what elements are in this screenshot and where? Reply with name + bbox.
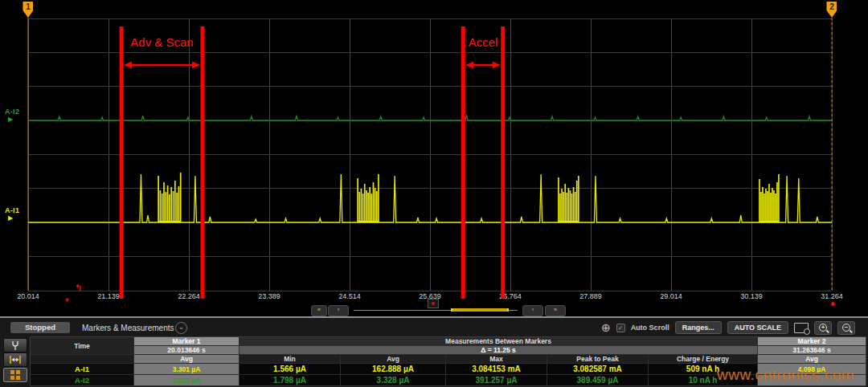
col-header-peak-to-peak: Peak to Peak [547, 355, 648, 363]
red-asterisk-icon: * [65, 296, 69, 308]
marker2-stat-header: Avg [758, 355, 866, 363]
row-a-i2-marker1-avg: 2.813 µA [134, 375, 239, 385]
trigger-hook-icon: ↰ [75, 283, 82, 293]
row-a-i2-peak-to-peak: 389.459 µA [547, 375, 648, 385]
col-header-charge-energy: Charge / Energy [649, 355, 757, 363]
auto-scale-button[interactable]: AUTO SCALE [727, 321, 788, 334]
target-position-icon[interactable]: ⊕ [601, 322, 611, 333]
row-a-i1-peak-to-peak: 3.082587 mA [547, 364, 648, 374]
trigger-time-marker-icon[interactable] [428, 299, 439, 308]
marker1-header[interactable]: Marker 1 [134, 337, 239, 345]
time-blank-cell [31, 355, 133, 363]
row-a-i1-marker1-avg: 3.301 µA [134, 364, 239, 374]
acquisition-state-button[interactable]: Stopped [10, 322, 70, 333]
bottom-panel: Stopped Markers & Measurements ⌄ ⊕ ✓ Aut… [0, 316, 868, 387]
row-a-i2-max: 391.257 µA [446, 375, 547, 385]
scroll-left-button[interactable]: ‹ [328, 305, 349, 316]
scrollbar-thumb[interactable] [451, 308, 509, 312]
scroll-right-button[interactable]: › [522, 305, 543, 316]
channel-a-i1-reference-arrow-icon[interactable]: ▶ [8, 214, 13, 222]
row-a-i2-name: A-I2 [31, 375, 133, 385]
probe-setup-button[interactable] [3, 338, 27, 352]
between-markers-header: Measurements Between Markers [240, 337, 757, 345]
auto-scroll-checkbox[interactable]: ✓ [616, 324, 625, 332]
marker2-time: 31.263646 s [758, 346, 866, 354]
scope-screen: A-I2 ▶ A-I1 ▶ ↰ * « ‹ › » Stopped Marker… [0, 0, 868, 387]
view-toolbar: ⊕ ✓ Auto Scroll Ranges... AUTO SCALE + − [601, 320, 855, 335]
marker2-header[interactable]: Marker 2 [758, 337, 866, 345]
measurement-table-icon [10, 370, 21, 380]
annotation-label-1: Accel [469, 35, 498, 49]
red-dot-icon [831, 302, 835, 306]
markers-measurements-title: Markers & Measurements [82, 324, 174, 332]
scroll-fast-left-button[interactable]: « [311, 305, 327, 316]
auto-scroll-label: Auto Scroll [631, 324, 669, 332]
markers-tool-button[interactable] [3, 352, 27, 367]
zoom-in-button[interactable]: + [814, 321, 832, 335]
zoom-out-button[interactable]: − [837, 321, 855, 335]
annotation-label-0: Adv & Scan [130, 35, 193, 49]
channel-label-a-i1: A-I1 [5, 206, 19, 214]
row-a-i2-min: 1.798 µA [240, 375, 340, 385]
ranges-button[interactable]: Ranges... [675, 321, 722, 334]
marker1-stat-header: Avg [134, 355, 239, 363]
watermark: www.cntronics.com [717, 366, 854, 384]
measurement-table-button[interactable] [3, 368, 27, 382]
col-header-avg: Avg [341, 355, 445, 363]
row-a-i1-avg: 162.888 µA [341, 364, 445, 374]
delta-time: Δ = 11.25 s [240, 346, 757, 354]
channel-label-a-i2: A-I2 [5, 108, 19, 116]
zoom-window-magnifier-icon [804, 328, 810, 335]
row-a-i1-max: 3.084153 mA [446, 364, 547, 374]
scroll-fast-right-button[interactable]: » [545, 305, 566, 316]
row-a-i1-min: 1.566 µA [240, 364, 340, 374]
zoom-out-icon: − [842, 324, 850, 332]
time-header: Time [31, 337, 133, 354]
chevron-down-icon[interactable]: ⌄ [175, 322, 187, 334]
channel-a-i2-reference-arrow-icon[interactable]: ▶ [8, 116, 13, 123]
row-a-i1-name: A-I1 [31, 364, 133, 374]
probe-setup-icon [10, 340, 20, 351]
trigger-dot-icon [432, 302, 435, 305]
markers-tool-icon [9, 355, 22, 365]
zoom-window-icon[interactable] [794, 323, 809, 333]
row-a-i2-avg: 3.328 µA [341, 375, 445, 385]
col-header-max: Max [446, 355, 547, 363]
marker1-time: 20.013646 s [134, 346, 239, 354]
col-header-min: Min [240, 355, 340, 363]
zoom-in-icon: + [819, 324, 827, 332]
